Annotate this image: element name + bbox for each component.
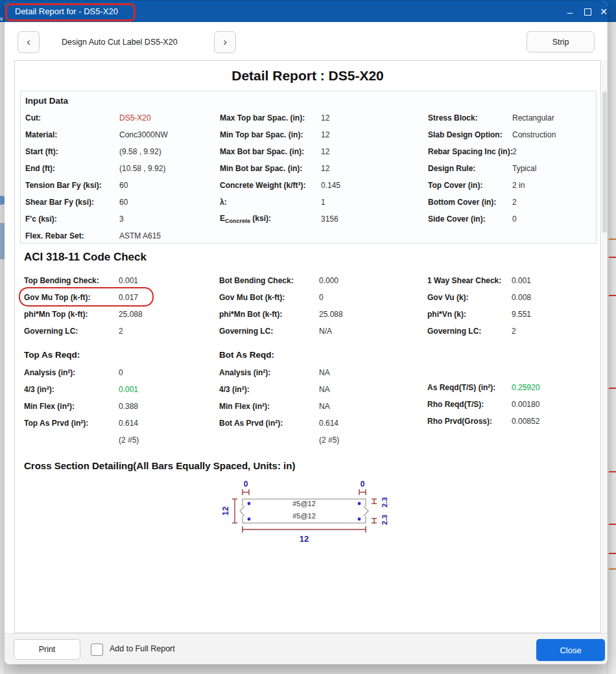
field-value: NA [319, 368, 330, 377]
field-value: 0.614 [319, 419, 338, 428]
field-label: Bottom Cover (in): [428, 198, 512, 207]
field-label: Material: [25, 130, 119, 139]
add-to-full-report-checkbox[interactable] [91, 644, 103, 656]
field-label: Top As Prvd (in²): [24, 419, 119, 428]
detail-report-dialog: Detail Report for - DS5-X20 – ✕ ‹ Design… [5, 1, 608, 664]
field-label: Governing LC: [24, 327, 119, 336]
maximize-icon[interactable] [580, 5, 595, 19]
field-label: Top Cover (in): [428, 181, 512, 190]
field-row: Min Bot bar Spac. (in):12 [220, 160, 340, 177]
field-value: 9.551 [512, 310, 531, 319]
field-value: 2 [512, 147, 517, 156]
background-tick [609, 553, 616, 554]
minimize-icon[interactable]: – [563, 5, 577, 19]
field-label: EConcrete (ksi): [220, 214, 321, 224]
field-value: 3156 [321, 215, 338, 224]
field-value: 0.00852 [512, 417, 539, 426]
scrollbar[interactable] [602, 60, 608, 633]
aci-col2: Bot Bending Check:0.000 Gov Mu Bot (k-ft… [219, 272, 343, 340]
field-label: Cut: [25, 113, 119, 122]
aci-heading: ACI 318-11 Code Check [24, 251, 147, 264]
field-row: Flex. Rebar Set:ASTM A615 [25, 227, 168, 244]
field-row: Start (ft):(9.58 , 9.92) [25, 143, 168, 160]
chevron-right-icon: › [223, 36, 227, 49]
background-tick [609, 295, 616, 296]
field-value: 2 [119, 327, 123, 336]
field-label: phi*Mn Top (k-ft): [24, 310, 119, 319]
field-label: Side Cover (in): [428, 215, 512, 224]
background-tick [609, 238, 616, 240]
field-value: 12 [321, 164, 329, 173]
field-row: Rho Prvd(Gross):0.00852 [427, 413, 539, 430]
field-row: (2 #5) [24, 432, 139, 448]
print-button[interactable]: Print [14, 639, 80, 660]
field-value: 0.25920 [512, 383, 539, 392]
report-panel: Detail Report : DS5-X20 Input Data Cut:D… [14, 60, 601, 633]
field-row: Top Cover (in):2 in [428, 177, 556, 194]
next-cut-button[interactable]: › [214, 31, 236, 53]
input-data-heading: Input Data [25, 96, 68, 106]
field-row: phi*Mn Bot (k-ft):25.088 [219, 306, 343, 323]
field-value: 0.145 [321, 181, 340, 190]
field-row: Analysis (in²):0 [24, 364, 139, 381]
chevron-left-icon: ‹ [27, 36, 30, 49]
field-label: Gov Vu (k): [427, 293, 512, 302]
input-data-col2: Max Top bar Spac. (in):12 Min Top bar Sp… [220, 110, 340, 227]
field-row: Shear Bar Fy (ksi):60 [25, 194, 168, 211]
field-row: End (ft):(10.58 , 9.92) [25, 160, 168, 177]
field-row: Governing LC:N/A [219, 323, 343, 340]
field-label: End (ft): [25, 164, 119, 173]
field-label: phi*Vn (k): [427, 310, 512, 319]
dialog-title: Detail Report for - DS5-X20 [15, 6, 118, 16]
scrollbar-thumb[interactable] [602, 91, 607, 233]
field-row: Side Cover (in):0 [428, 211, 556, 227]
field-row: 4/3 (in²):NA [219, 381, 339, 398]
field-label: Analysis (in²): [24, 368, 119, 377]
field-row: Max Bot bar Spac. (in):12 [220, 143, 340, 160]
dim-bottom-width: 12 [300, 534, 309, 544]
field-value: 0.001 [119, 276, 138, 285]
field-row: Rebar Spacing Inc (in):2 [428, 143, 556, 160]
field-value: DS5-X20 [119, 113, 151, 122]
background-tick [609, 388, 616, 389]
cross-section-diagram: #5@12 #5@12 0 0 12 12 [216, 476, 404, 549]
field-label: Rho Prvd(Gross): [427, 417, 512, 426]
field-value: Rectangular [512, 113, 554, 122]
field-value: 0.000 [319, 276, 338, 285]
field-row: (2 #5) [219, 432, 339, 448]
background-text-fragment: v [0, 16, 3, 22]
field-value: 60 [119, 198, 128, 207]
dialog-titlebar[interactable]: Detail Report for - DS5-X20 – ✕ [5, 1, 608, 22]
field-label: Rebar Spacing Inc (in): [428, 147, 512, 156]
ts-reqd-col: As Reqd(T/S) (in²):0.25920 Rho Reqd(T/S)… [427, 379, 539, 430]
field-label: phi*Mn Bot (k-ft): [219, 310, 319, 319]
field-value: 25.088 [119, 310, 143, 319]
field-row: Bot As Prvd (in²):0.614 [219, 415, 339, 432]
field-label: Max Top bar Spac. (in): [220, 113, 321, 122]
dim-left-height: 12 [221, 507, 230, 516]
dim-mark-right-bottom [372, 518, 377, 523]
field-row: Design Rule:Typical [428, 160, 556, 177]
field-value: 0 [512, 215, 517, 224]
close-button[interactable]: Close [536, 639, 605, 661]
close-icon[interactable]: ✕ [597, 5, 611, 19]
strip-button[interactable]: Strip [527, 31, 595, 52]
previous-cut-button[interactable]: ‹ [18, 31, 40, 53]
field-label: Start (ft): [25, 147, 119, 156]
rebar-dot [358, 502, 361, 506]
field-row: phi*Vn (k):9.551 [427, 306, 531, 323]
field-label: Rho Reqd(T/S): [427, 400, 512, 409]
field-value: 12 [321, 113, 329, 122]
report-navbar: ‹ Design Auto Cut Label DS5-X20 › Strip [5, 22, 608, 60]
rebar-dot [248, 502, 251, 506]
field-value: (9.58 , 9.92) [119, 147, 161, 156]
field-value: 0.614 [119, 419, 138, 428]
field-label: Flex. Rebar Set: [25, 231, 119, 240]
field-value: 60 [119, 181, 128, 190]
field-row: Slab Design Option:Construction [428, 126, 556, 143]
field-row: phi*Mn Top (k-ft):25.088 [24, 306, 143, 323]
field-row: F'c (ksi):3 [25, 211, 168, 227]
field-label: Gov Mu Bot (k-ft): [219, 293, 319, 302]
field-label: Min Top bar Spac. (in): [220, 130, 321, 139]
field-label: 4/3 (in²): [24, 385, 119, 394]
